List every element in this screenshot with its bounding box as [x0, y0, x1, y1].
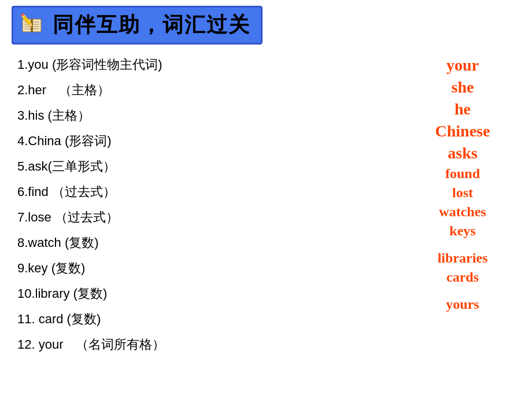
page-title: 同伴互助，词汇过关 — [53, 11, 250, 39]
list-item: 3.his (主格） — [17, 107, 405, 124]
title-box: 同伴互助，词汇过关 — [12, 6, 263, 45]
answer-item: asks — [448, 144, 477, 162]
answer-item: watches — [439, 204, 486, 220]
list-item: 7.lose （过去式） — [17, 209, 405, 226]
list-item: 5.ask(三单形式） — [17, 158, 405, 175]
header-section: 同伴互助，词汇过关 — [0, 0, 532, 50]
list-item: 2.her （主格） — [17, 82, 405, 99]
list-item: 11. card (复数) — [17, 311, 405, 328]
answer-item: lost — [452, 185, 473, 201]
answer-item: keys — [449, 223, 475, 239]
answer-item: Chinese — [435, 122, 490, 141]
right-column: your she he Chinese asks found lost watc… — [405, 56, 520, 361]
answer-item: found — [445, 166, 480, 182]
answer-item: he — [455, 100, 471, 119]
main-content: 1.you (形容词性物主代词) 2.her （主格） 3.his (主格） 4… — [0, 50, 532, 367]
list-item: 6.find （过去式） — [17, 183, 405, 201]
answer-item: she — [452, 78, 474, 97]
svg-rect-1 — [32, 19, 41, 32]
answer-item: yours — [446, 297, 479, 312]
list-item: 8.watch (复数) — [17, 234, 405, 252]
answer-item: cards — [446, 269, 479, 285]
left-column: 1.you (形容词性物主代词) 2.her （主格） 3.his (主格） 4… — [12, 56, 405, 361]
list-item: 10.library (复数) — [17, 285, 405, 302]
list-item: 9.key (复数) — [17, 260, 405, 277]
list-item: 4.China (形容词) — [17, 132, 405, 150]
answer-item: libraries — [438, 250, 488, 266]
book-pencil-icon — [19, 13, 48, 38]
answer-item: your — [446, 56, 479, 75]
list-item: 12. your （名词所有格） — [17, 336, 405, 353]
list-item: 1.you (形容词性物主代词) — [17, 56, 405, 73]
